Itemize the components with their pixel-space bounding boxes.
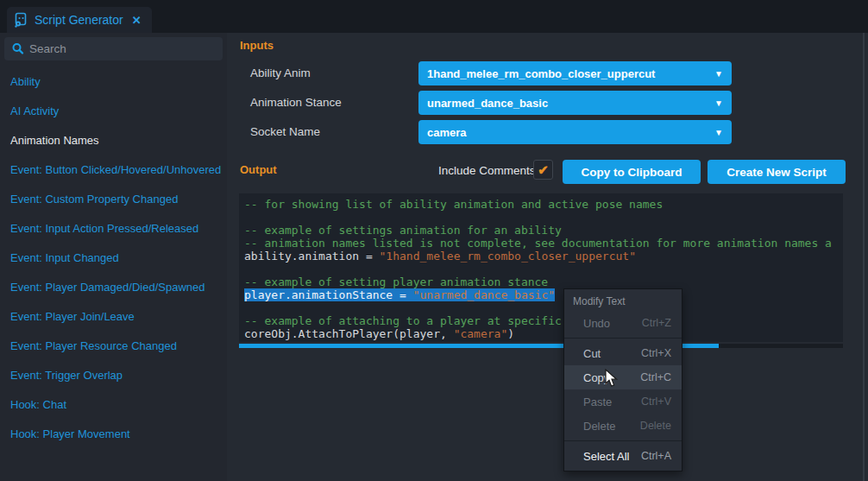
menu-item-paste[interactable]: PasteCtrl+V — [564, 389, 682, 414]
menu-item-undo[interactable]: UndoCtrl+Z — [564, 311, 682, 335]
code-line: -- example of setting player animation s… — [244, 275, 843, 288]
chevron-down-icon: ▼ — [714, 128, 723, 137]
chevron-down-icon: ▼ — [714, 98, 723, 108]
menu-item-shortcut: Ctrl+X — [641, 347, 671, 359]
include-comments-checkbox[interactable]: ✔ — [533, 160, 553, 180]
code-line: coreObj.AttachToPlayer(player, "camera") — [244, 327, 843, 340]
code-line — [244, 211, 843, 224]
code-line: player.animationStance = "unarmed_dance_… — [244, 288, 843, 301]
code-line — [244, 263, 843, 275]
selected-text: player.animationStance = "unarmed_dance_… — [244, 288, 555, 301]
mouse-cursor-icon — [604, 369, 620, 391]
menu-item-shortcut: Ctrl+V — [641, 396, 671, 408]
sidebar-list: AbilityAI ActivityAnimation NamesEvent: … — [0, 67, 227, 449]
main-panel: Inputs Ability Anim1hand_melee_rm_combo_… — [227, 33, 868, 481]
sidebar-item[interactable]: Animation Names — [0, 126, 227, 155]
sidebar-item[interactable]: AI Activity — [0, 97, 227, 126]
dropdown-value: unarmed_dance_basic — [427, 97, 548, 110]
sidebar-item[interactable]: Hook: Chat — [0, 390, 227, 420]
sidebar-item[interactable]: Event: Input Action Pressed/Released — [0, 214, 227, 244]
output-header: Output — [240, 163, 277, 176]
menu-item-shortcut: Ctrl+Z — [642, 317, 671, 329]
search-input[interactable] — [29, 42, 202, 55]
create-new-script-button[interactable]: Create New Script — [708, 160, 846, 184]
copy-to-clipboard-button[interactable]: Copy to Clipboard — [563, 160, 701, 184]
menu-item-cut[interactable]: CutCtrl+X — [564, 341, 682, 365]
sidebar-item[interactable]: Event: Button Clicked/Hovered/Unhovered — [0, 155, 227, 185]
code-output-area[interactable]: -- for showing list of ability animation… — [239, 193, 843, 342]
menu-item-label: Cut — [583, 347, 601, 360]
menu-item-shortcut: Ctrl+C — [640, 371, 671, 383]
context-menu-header: Modify Text — [564, 289, 682, 311]
tab-close-icon[interactable]: ✕ — [132, 14, 142, 27]
field-label: Socket Name — [250, 125, 320, 138]
tab-title: Script Generator — [35, 13, 123, 27]
dropdown-value: 1hand_melee_rm_combo_closer_uppercut — [427, 67, 655, 80]
menu-item-copy[interactable]: CopyCtrl+C — [564, 365, 682, 389]
field-label: Animation Stance — [250, 96, 342, 109]
menu-item-delete[interactable]: DeleteDelete — [564, 414, 682, 438]
sidebar-item[interactable]: Event: Player Resource Changed — [0, 332, 227, 361]
code-line: -- animation names listed is not complet… — [244, 237, 843, 250]
menu-divider — [564, 440, 682, 441]
context-menu: Modify Text UndoCtrl+ZCutCtrl+XCopyCtrl+… — [563, 288, 682, 472]
search-icon — [11, 42, 24, 55]
chevron-down-icon: ▼ — [714, 69, 723, 79]
script-generator-icon — [14, 12, 28, 28]
top-tab-bar: Script Generator ✕ — [0, 0, 868, 33]
sidebar-item[interactable]: Ability — [0, 67, 227, 97]
menu-item-label: Delete — [583, 420, 616, 433]
sidebar-item[interactable]: Event: Input Changed — [0, 244, 227, 273]
menu-item-label: Paste — [583, 396, 612, 408]
code-line: ability.animation = "1hand_melee_rm_comb… — [244, 250, 843, 263]
menu-item-select-all[interactable]: Select AllCtrl+A — [564, 444, 682, 468]
checkmark-icon: ✔ — [538, 162, 549, 178]
menu-item-shortcut: Ctrl+A — [641, 450, 671, 462]
menu-item-label: Undo — [583, 317, 610, 330]
sidebar-item[interactable]: Hook: Player Movement — [0, 420, 227, 449]
dropdown-socket-name[interactable]: camera▼ — [418, 120, 732, 144]
code-line — [244, 301, 843, 314]
sidebar-item[interactable]: Event: Player Join/Leave — [0, 302, 227, 332]
dropdown-ability-anim[interactable]: 1hand_melee_rm_combo_closer_uppercut▼ — [418, 61, 732, 85]
sidebar-item[interactable]: Event: Custom Property Changed — [0, 185, 227, 214]
sidebar-item[interactable]: Event: Trigger Overlap — [0, 361, 227, 390]
inputs-header: Inputs — [240, 39, 274, 52]
sidebar-item[interactable]: Event: Player Damaged/Died/Spawned — [0, 273, 227, 302]
field-label: Ability Anim — [250, 66, 311, 79]
tab-script-generator[interactable]: Script Generator ✕ — [7, 7, 152, 33]
menu-divider — [564, 338, 682, 339]
code-line: -- for showing list of ability animation… — [244, 198, 843, 211]
code-line: -- example of attaching to a player at s… — [244, 314, 843, 327]
include-comments-label: Include Comments — [438, 164, 536, 177]
panel-right-edge — [863, 33, 865, 481]
sidebar: AbilityAI ActivityAnimation NamesEvent: … — [0, 33, 227, 481]
code-line: -- example of settings animation for an … — [244, 224, 843, 237]
dropdown-animation-stance[interactable]: unarmed_dance_basic▼ — [418, 91, 732, 115]
search-box[interactable] — [4, 37, 223, 60]
menu-item-shortcut: Delete — [640, 420, 671, 432]
menu-item-label: Select All — [583, 450, 629, 463]
dropdown-value: camera — [427, 126, 467, 139]
horizontal-scrollbar[interactable] — [239, 344, 843, 348]
